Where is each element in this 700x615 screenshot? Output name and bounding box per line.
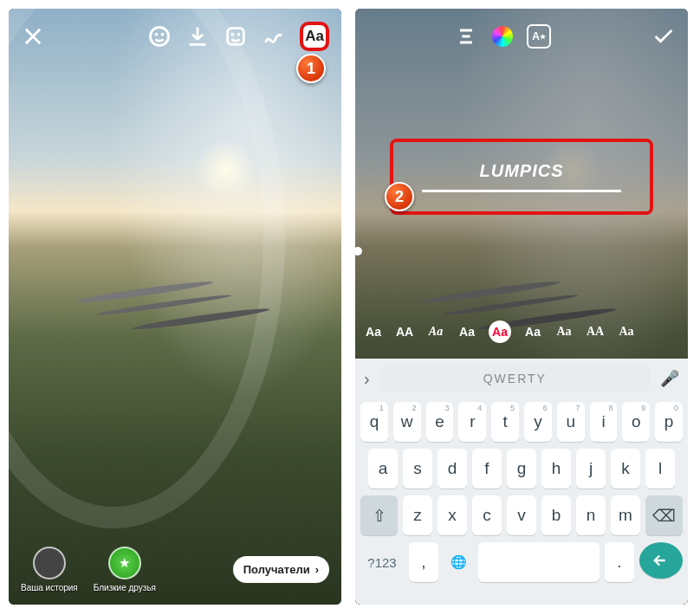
font-option[interactable]: Aa bbox=[426, 325, 445, 339]
align-icon[interactable] bbox=[454, 24, 478, 49]
space-key[interactable] bbox=[478, 542, 600, 582]
key-u[interactable]: u7 bbox=[557, 402, 585, 442]
road bbox=[422, 279, 561, 305]
your-story-button[interactable]: Ваша история bbox=[21, 547, 78, 592]
key-row-1: q1w2e3r4t5y6u7i8o9p0 bbox=[355, 398, 688, 445]
text-style-icon[interactable]: A★ bbox=[527, 24, 551, 49]
key-f[interactable]: f bbox=[472, 449, 502, 489]
star-icon bbox=[108, 547, 141, 579]
key-q[interactable]: q1 bbox=[360, 402, 388, 442]
key-r[interactable]: r4 bbox=[458, 402, 486, 442]
key-m[interactable]: m bbox=[611, 495, 640, 535]
step-badge-1: 1 bbox=[296, 54, 326, 83]
svg-point-2 bbox=[162, 34, 163, 35]
key-row-bottom: ?123 , 🌐 . bbox=[355, 539, 688, 586]
key-l[interactable]: l bbox=[645, 449, 675, 489]
key-z[interactable]: z bbox=[403, 495, 432, 535]
story-photo bbox=[9, 9, 341, 605]
svg-point-0 bbox=[151, 28, 169, 46]
shift-key[interactable]: ⇧ bbox=[360, 495, 398, 535]
key-w[interactable]: w2 bbox=[393, 402, 421, 442]
key-c[interactable]: c bbox=[472, 495, 502, 535]
suggestion-pill[interactable]: QWERTY bbox=[380, 366, 650, 391]
text-cursor-underline bbox=[422, 190, 622, 192]
key-x[interactable]: x bbox=[438, 495, 467, 535]
chevron-right-icon[interactable]: › bbox=[364, 369, 370, 389]
story-editor-screen: Aa 1 Ваша история Близкие друзья Получат… bbox=[9, 9, 341, 605]
language-key[interactable]: 🌐 bbox=[444, 542, 473, 582]
chevron-right-icon: › bbox=[315, 563, 319, 576]
font-option[interactable]: Aa bbox=[554, 325, 574, 339]
symbols-key[interactable]: ?123 bbox=[360, 542, 404, 582]
mic-icon[interactable]: 🎤 bbox=[660, 369, 679, 388]
font-option[interactable]: Aa bbox=[489, 320, 511, 343]
recipients-label: Получатели bbox=[243, 563, 310, 576]
font-picker: AaAAAaAaAaAaAaAAAa bbox=[355, 319, 688, 345]
close-icon[interactable] bbox=[21, 24, 45, 49]
share-bar: Ваша история Близкие друзья Получатели › bbox=[9, 547, 341, 592]
font-option[interactable]: AA bbox=[395, 325, 414, 339]
face-sticker-icon[interactable] bbox=[147, 24, 172, 49]
key-g[interactable]: g bbox=[507, 449, 536, 489]
key-p[interactable]: p0 bbox=[655, 402, 683, 442]
svg-point-4 bbox=[232, 34, 233, 35]
key-v[interactable]: v bbox=[507, 495, 536, 535]
key-o[interactable]: o9 bbox=[622, 402, 650, 442]
key-row-3: ⇧zxcvbnm⌫ bbox=[355, 492, 688, 539]
text-toolbar: A★ bbox=[355, 17, 688, 55]
lens-flare bbox=[9, 9, 285, 528]
key-b[interactable]: b bbox=[541, 495, 571, 535]
key-k[interactable]: k bbox=[611, 449, 640, 489]
key-d[interactable]: d bbox=[438, 449, 467, 489]
text-tool-button[interactable]: Aa bbox=[300, 22, 329, 51]
key-i[interactable]: i8 bbox=[590, 402, 618, 442]
text-entry-screen: A★ LUMPICS 2 AaAAAaAaAaAaAaAAAa › QWERTY… bbox=[355, 9, 688, 605]
font-option[interactable]: Aa bbox=[523, 325, 542, 339]
text-tool-label: Aa bbox=[305, 28, 324, 45]
recipients-button[interactable]: Получатели › bbox=[233, 556, 329, 583]
story-text-input[interactable]: LUMPICS bbox=[390, 139, 653, 215]
download-icon[interactable] bbox=[185, 24, 210, 49]
key-s[interactable]: s bbox=[403, 449, 432, 489]
key-t[interactable]: t5 bbox=[491, 402, 519, 442]
svg-point-1 bbox=[156, 34, 157, 35]
editor-toolbar: Aa bbox=[9, 17, 341, 55]
key-row-2: asdfghjkl bbox=[355, 445, 688, 492]
sticker-icon[interactable] bbox=[224, 24, 248, 49]
font-option[interactable]: Aa bbox=[457, 325, 476, 339]
step-badge-2: 2 bbox=[385, 182, 414, 211]
done-checkmark-icon[interactable] bbox=[651, 24, 676, 49]
close-friends-label: Близкие друзья bbox=[94, 583, 156, 592]
key-n[interactable]: n bbox=[576, 495, 606, 535]
typed-text: LUMPICS bbox=[480, 161, 564, 181]
avatar bbox=[33, 547, 66, 579]
suggestion-bar: › QWERTY 🎤 bbox=[355, 359, 688, 398]
draw-icon[interactable] bbox=[262, 24, 286, 49]
sun bbox=[195, 139, 256, 200]
soft-keyboard: › QWERTY 🎤 q1w2e3r4t5y6u7i8o9p0 asdfghjk… bbox=[355, 359, 688, 605]
close-friends-button[interactable]: Близкие друзья bbox=[94, 547, 156, 592]
backspace-key[interactable]: ⌫ bbox=[645, 495, 683, 535]
key-e[interactable]: e3 bbox=[426, 402, 454, 442]
key-h[interactable]: h bbox=[541, 449, 571, 489]
font-option[interactable]: Aa bbox=[364, 325, 383, 339]
key-a[interactable]: a bbox=[368, 449, 398, 489]
comma-key[interactable]: , bbox=[409, 542, 438, 582]
period-key[interactable]: . bbox=[605, 542, 634, 582]
color-wheel-icon[interactable] bbox=[492, 26, 513, 47]
font-option[interactable]: AA bbox=[586, 325, 605, 339]
key-j[interactable]: j bbox=[576, 449, 606, 489]
key-y[interactable]: y6 bbox=[524, 402, 552, 442]
font-option[interactable]: Aa bbox=[617, 325, 636, 339]
enter-key[interactable] bbox=[639, 542, 683, 579]
your-story-label: Ваша история bbox=[21, 583, 78, 592]
svg-point-5 bbox=[238, 34, 239, 35]
